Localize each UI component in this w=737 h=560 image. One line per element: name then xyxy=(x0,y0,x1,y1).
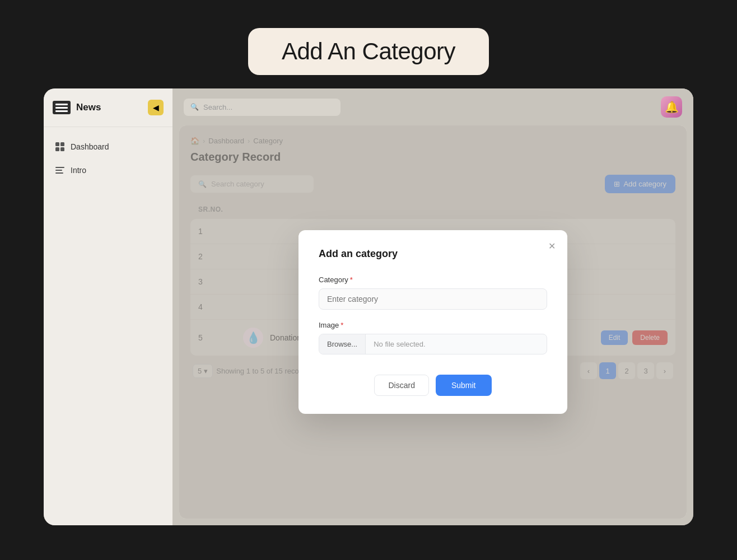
app-window: News ◀ Dashboard xyxy=(44,88,693,525)
sidebar-header: News ◀ xyxy=(44,88,172,127)
svg-rect-1 xyxy=(60,142,64,146)
svg-rect-3 xyxy=(60,147,64,151)
search-placeholder: Search... xyxy=(203,103,232,111)
back-button[interactable]: ◀ xyxy=(148,100,164,115)
file-input-wrapper: Browse... No file selected. xyxy=(319,334,547,354)
app-logo xyxy=(53,101,71,114)
category-form-group: Category * xyxy=(319,276,547,310)
svg-rect-2 xyxy=(55,147,59,151)
intro-icon xyxy=(55,165,65,175)
submit-button[interactable]: Submit xyxy=(436,375,492,396)
sidebar-nav: Dashboard Intro xyxy=(44,127,172,190)
topbar: 🔍 Search... 🔔 xyxy=(172,88,693,125)
sidebar-item-dashboard[interactable]: Dashboard xyxy=(48,136,168,157)
file-name-display: No file selected. xyxy=(366,334,433,354)
image-required-star: * xyxy=(340,321,343,329)
search-icon: 🔍 xyxy=(190,103,199,111)
sidebar-item-dashboard-label: Dashboard xyxy=(71,142,109,151)
discard-button[interactable]: Discard xyxy=(374,375,428,396)
svg-rect-6 xyxy=(55,172,63,174)
sidebar-app-title: News xyxy=(76,102,101,113)
image-label: Image * xyxy=(319,321,547,329)
category-input[interactable] xyxy=(319,288,547,310)
sidebar-item-intro-label: Intro xyxy=(71,166,86,175)
svg-rect-5 xyxy=(55,170,62,171)
svg-rect-4 xyxy=(55,167,64,168)
sidebar-item-intro[interactable]: Intro xyxy=(48,160,168,181)
sidebar: News ◀ Dashboard xyxy=(44,88,172,525)
page-content: 🏠 › Dashboard › Category Category Record… xyxy=(179,125,687,519)
modal-close-button[interactable]: ✕ xyxy=(545,239,558,253)
category-label: Category * xyxy=(319,276,547,284)
image-form-group: Image * Browse... No file selected. xyxy=(319,321,547,354)
dashboard-icon xyxy=(55,142,65,152)
avatar[interactable]: 🔔 xyxy=(661,96,682,118)
modal-title: Add an category xyxy=(319,248,547,260)
page-heading: Add An Category xyxy=(248,28,489,75)
required-star: * xyxy=(350,276,353,284)
svg-rect-0 xyxy=(55,142,59,146)
main-content: 🔍 Search... 🔔 🏠 › Dashboard › Category C… xyxy=(172,88,693,525)
browse-button[interactable]: Browse... xyxy=(319,334,366,354)
global-search-bar[interactable]: 🔍 Search... xyxy=(184,99,340,116)
add-category-modal: Add an category ✕ Category * Image xyxy=(298,230,567,414)
modal-overlay: Add an category ✕ Category * Image xyxy=(179,125,687,519)
modal-footer: Discard Submit xyxy=(319,375,547,396)
